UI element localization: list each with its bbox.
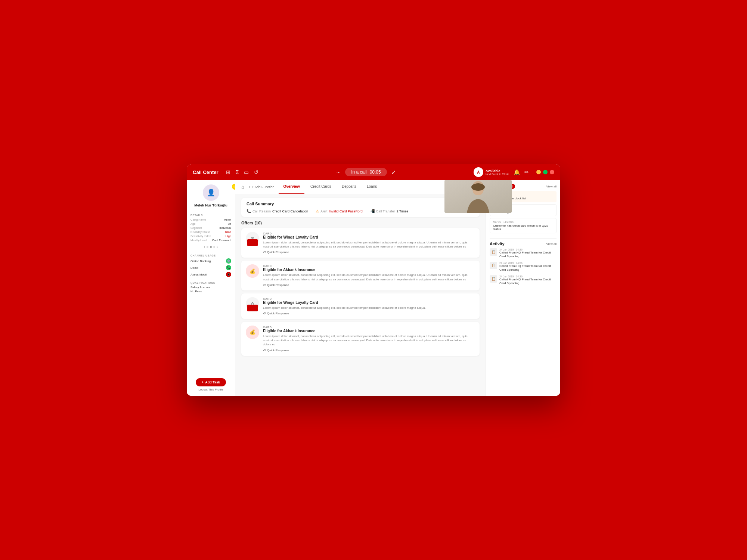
close-button[interactable] — [550, 170, 554, 174]
detail-sensitivity: Sensitivity Index High — [190, 234, 231, 238]
warnings-view-all[interactable]: View all — [546, 185, 557, 188]
channel-section-label: CHANNEL USAGE — [190, 254, 231, 257]
offers-title: Offers (10) — [241, 221, 480, 225]
channel-online-banking: Online Banking 🏦 — [190, 258, 231, 264]
call-summary-row: 📞 Call Reason Credit Card Cancelation ⚠ … — [247, 209, 474, 213]
dot-1 — [207, 246, 208, 248]
offer-card-3: ⊙ CARD Eligible for Wings Loyalty Card L… — [241, 293, 480, 319]
activity-item-2: 📋 24 Jan 2019 · 14:36 Called From HQ Fra… — [490, 262, 557, 272]
offer-icon-4: 💰 — [249, 329, 255, 335]
channel-badge-online: 🏦 — [226, 258, 231, 264]
nav-center: ··· In a call 00:05 ⤢ — [258, 168, 474, 176]
call-indicator: In a call 00:05 — [345, 168, 387, 176]
details-section-label: DETAILS — [190, 214, 231, 217]
add-icon: + — [249, 185, 251, 189]
activity-icon-2: 📋 — [490, 262, 497, 269]
sigma-icon[interactable]: Σ — [236, 169, 239, 175]
more-options-icon[interactable]: ··· — [337, 169, 341, 175]
qualifications-section-label: QUALIFICATIONS — [190, 281, 231, 284]
agent-status: A Available Next Break in 15min — [474, 167, 509, 177]
call-transfer-label: Call Transfer — [376, 209, 395, 213]
maximize-button[interactable] — [543, 170, 548, 174]
call-timer: 00:05 — [370, 169, 381, 175]
tab-loans[interactable]: Loans — [362, 180, 381, 194]
offer-icon-wrap-3: ⊙ — [246, 297, 259, 311]
grid-icon[interactable]: ⊞ — [226, 169, 230, 175]
activity-text-1: Called From HQ Fraud Team for Credit Car… — [499, 251, 557, 259]
plus-icon: + — [202, 380, 204, 384]
next-button[interactable]: › — [217, 245, 218, 249]
clock-icon-3: ⏱ — [263, 312, 266, 315]
tab-overview[interactable]: Overview — [279, 180, 304, 194]
quick-response-2[interactable]: ⏱ Quick Response — [263, 283, 475, 287]
tab-deposits[interactable]: Deposits — [337, 180, 361, 194]
add-task-button[interactable]: + Add Task — [196, 378, 226, 386]
minimize-button[interactable] — [536, 170, 541, 174]
offer-type-1: CARD — [263, 232, 475, 235]
prev-button[interactable]: ‹ — [204, 245, 205, 249]
home-icon[interactable]: ⌂ — [241, 184, 244, 190]
alert-icon: ⚠ — [316, 209, 319, 213]
offer-type-3: CARD — [263, 297, 475, 301]
phone-icon: 📞 — [247, 209, 251, 213]
channel-badge-axess: 📱 — [226, 272, 231, 277]
add-function-button[interactable]: + + Add Function — [249, 185, 275, 189]
offer-card-2: 💰 CARD Eligible for Akbank Insurance Lor… — [241, 261, 480, 290]
monitor-icon[interactable]: ▭ — [244, 169, 249, 175]
qualif-fees: No Fees — [190, 290, 231, 293]
offer-card-4: 💰 CARD Eligible for Akbank Insurance Lor… — [241, 322, 480, 356]
warning-item-3: Mar 22 · 11:22am Customer has credit car… — [490, 218, 557, 233]
bell-icon[interactable]: 🔔 — [514, 169, 520, 175]
offer-body-4: CARD Eligible for Akbank Insurance Lorem… — [263, 326, 475, 352]
offer-title-4: Eligible for Akbank Insurance — [263, 329, 475, 333]
qualifications-list: Salary Account No Fees — [190, 286, 231, 294]
call-reason-label: Call Reason — [252, 209, 271, 213]
agent-available: Available — [486, 169, 509, 173]
logout-link[interactable]: Logout This Profile — [190, 388, 231, 391]
nav-icons: ⊞ Σ ▭ ↺ — [226, 169, 259, 175]
channels-list: Online Banking 🏦 Direkt 📞 Axess Mobil 📱 — [190, 258, 231, 279]
activity-view-all[interactable]: View all — [546, 242, 557, 246]
tab-credit-cards[interactable]: Credit Cards — [306, 180, 336, 194]
offer-title-3: Eligible for Wings Loyalty Card — [263, 301, 475, 305]
call-video-overlay — [444, 180, 512, 213]
detail-citing-name: Citing Name Melek — [190, 218, 231, 221]
activity-icon-3: 📋 — [490, 275, 497, 283]
activity-item-3: 📋 24 Jan 2019 · 14:36 Called From HQ Fra… — [490, 275, 557, 286]
call-transfer-item: 📲 Call Transfer 2 Times — [370, 209, 409, 213]
pagination: ‹ › — [190, 245, 231, 249]
main-content: Call Summary 📞 Call Reason Credit Card C… — [235, 194, 486, 396]
quick-response-4[interactable]: ⏱ Quick Response — [263, 349, 475, 352]
quick-response-3[interactable]: ⏱ Quick Response — [263, 312, 475, 315]
activity-date-1: 24 Jan 2019 · 14:36 — [499, 248, 557, 251]
offer-desc-2: Lorem ipsum dolor sit amet, consectetur … — [263, 273, 475, 281]
offer-desc-4: Lorem ipsum dolor sit amet, consectetur … — [263, 334, 475, 347]
offer-title-1: Eligible for Wings Loyalty Card — [263, 235, 475, 239]
add-function-label: + Add Function — [252, 185, 274, 189]
channel-badge-direkt: 📞 — [226, 265, 231, 270]
call-video-person — [459, 180, 497, 213]
activity-header: Activity View all — [490, 242, 557, 246]
expand-icon[interactable]: ⤢ — [391, 169, 396, 175]
offer-body-1: CARD Eligible for Wings Loyalty Card Lor… — [263, 232, 475, 254]
offer-stripe-3 — [247, 305, 258, 311]
sidebar: 👤 ⭐ Melek Nur Türkoğlu DETAILS Citing Na… — [187, 180, 235, 396]
dot-2 — [210, 246, 212, 248]
pencil-icon[interactable]: ✏ — [524, 169, 529, 175]
call-summary-title: Call Summary — [247, 202, 474, 206]
activity-item-1: 📋 24 Jan 2019 · 14:36 Called From HQ Fra… — [490, 248, 557, 259]
qualif-salary: Salary Account — [190, 286, 231, 289]
detail-disability: Disability Status Blind — [190, 230, 231, 234]
call-transfer-value: 2 Times — [397, 209, 409, 213]
add-task-label: Add Task — [205, 380, 220, 384]
headset-icon[interactable]: ↺ — [254, 169, 258, 175]
agent-avatar: A — [474, 167, 483, 177]
offer-icon-2: 💰 — [249, 268, 255, 274]
divider — [490, 238, 557, 239]
customer-name: Melek Nur Türkoğlu — [194, 203, 227, 207]
quick-response-1[interactable]: ⏱ Quick Response — [263, 251, 475, 254]
activity-date-2: 24 Jan 2019 · 14:36 — [499, 262, 557, 264]
call-status-label: In a call — [351, 169, 366, 175]
clock-icon-4: ⏱ — [263, 349, 266, 352]
customer-avatar: 👤 — [203, 184, 219, 201]
